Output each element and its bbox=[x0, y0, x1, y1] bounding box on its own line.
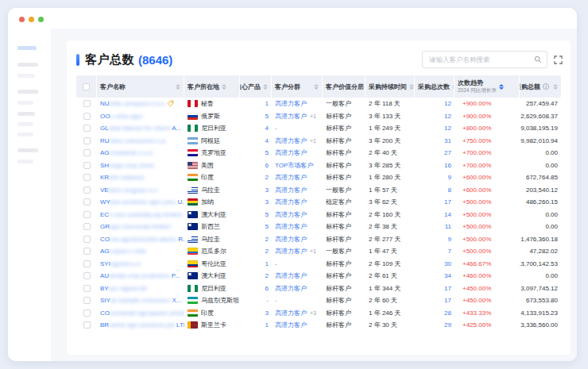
segment-link[interactable]: TOP市场客户 bbox=[275, 161, 313, 170]
sort-icon[interactable] bbox=[176, 84, 180, 90]
customer-name-link[interactable]: AUstralia crop protection P... bbox=[100, 272, 180, 279]
sort-icon[interactable] bbox=[553, 84, 558, 90]
core-products-count-link[interactable]: 6 bbox=[265, 162, 269, 169]
customer-name-link[interactable]: SIYob bahadir zrotomoro X... bbox=[100, 297, 181, 304]
core-products-count-link[interactable]: 1 bbox=[265, 321, 269, 329]
row-checkbox[interactable] bbox=[83, 149, 91, 156]
customer-name-link[interactable]: AGroquim c ltda bbox=[100, 248, 145, 255]
row-checkbox[interactable] bbox=[83, 272, 91, 279]
purchase-count-link[interactable]: 30 bbox=[444, 260, 451, 267]
customer-name-link[interactable]: BRowins agri solutions pvt LTD bbox=[100, 321, 184, 329]
customer-name-link[interactable]: SYIngenta s.a bbox=[100, 260, 140, 267]
customer-name-link[interactable]: COrea agroindustria alamo R... bbox=[100, 236, 184, 243]
row-checkbox[interactable] bbox=[83, 260, 91, 267]
row-checkbox[interactable] bbox=[83, 100, 91, 107]
search-input[interactable] bbox=[429, 56, 534, 63]
column-header-trend[interactable]: 次数趋势2024 同比增长率 bbox=[455, 75, 520, 98]
sort-icon[interactable] bbox=[314, 84, 319, 90]
segment-link[interactable]: 高潜力客户 bbox=[275, 284, 307, 293]
customer-name-link[interactable]: ECo new australia pty limited bbox=[100, 211, 182, 218]
core-products-count-link[interactable]: 3 bbox=[265, 309, 269, 317]
row-checkbox[interactable] bbox=[83, 223, 91, 230]
window-minimize-icon[interactable] bbox=[29, 17, 34, 22]
segment-link[interactable]: 高潜力客户 bbox=[275, 271, 307, 280]
sort-icon[interactable] bbox=[409, 84, 414, 90]
purchase-count-link[interactable]: 17 bbox=[444, 198, 451, 206]
core-products-count-link[interactable]: 5 bbox=[265, 113, 269, 120]
purchase-count-link[interactable]: 12 bbox=[444, 113, 451, 120]
row-checkbox[interactable] bbox=[83, 321, 91, 329]
purchase-count-link[interactable]: 12 bbox=[444, 100, 451, 107]
core-products-count-link[interactable]: 4 bbox=[265, 125, 269, 132]
core-products-count-link[interactable]: 3 bbox=[265, 186, 269, 194]
purchase-count-link[interactable]: 16 bbox=[444, 162, 451, 169]
customer-name-link[interactable]: GRape chemicals limited bbox=[100, 223, 170, 230]
core-products-count-link[interactable]: 2 bbox=[265, 174, 269, 181]
column-header-location[interactable]: 客户所在地 bbox=[184, 75, 240, 98]
segment-link[interactable]: 高潜力客户 bbox=[275, 235, 307, 244]
purchase-count-link[interactable]: 34 bbox=[444, 272, 451, 279]
purchase-count-link[interactable]: 9 bbox=[448, 174, 451, 181]
row-checkbox[interactable] bbox=[83, 297, 91, 304]
column-header-core[interactable]: 核心产品 bbox=[240, 75, 272, 98]
purchase-count-link[interactable]: 11 bbox=[445, 223, 451, 230]
segment-link[interactable]: 高潜力客户 bbox=[275, 148, 307, 157]
sort-icon[interactable] bbox=[499, 84, 504, 90]
purchase-count-link[interactable]: 17 bbox=[444, 297, 451, 304]
row-checkbox[interactable] bbox=[83, 198, 91, 206]
row-checkbox[interactable] bbox=[83, 236, 91, 243]
purchase-count-link[interactable]: 9 bbox=[448, 236, 451, 243]
purchase-count-link[interactable]: 31 bbox=[444, 137, 451, 144]
window-zoom-icon[interactable] bbox=[38, 17, 44, 22]
purchase-count-link[interactable]: 8 bbox=[448, 186, 451, 194]
select-all-checkbox[interactable] bbox=[83, 83, 90, 90]
segment-link[interactable]: 高潜力客户 bbox=[275, 99, 307, 108]
column-header-name[interactable]: 客户名称 bbox=[97, 75, 184, 98]
row-checkbox[interactable] bbox=[83, 113, 91, 120]
purchase-count-link[interactable]: 28 bbox=[444, 309, 451, 317]
row-checkbox[interactable] bbox=[83, 137, 91, 144]
purchase-count-link[interactable]: 17 bbox=[444, 285, 451, 292]
customer-name-link[interactable]: WYeca sunshine agro prec U... bbox=[100, 198, 184, 206]
fullscreen-icon[interactable] bbox=[554, 56, 563, 64]
purchase-count-link[interactable]: 12 bbox=[444, 125, 451, 132]
customer-name-link[interactable]: SHunga crop chem bbox=[100, 162, 155, 169]
core-products-count-link[interactable]: 3 bbox=[265, 198, 269, 206]
purchase-count-link[interactable]: 7 bbox=[448, 248, 451, 255]
purchase-count-link[interactable]: 14 bbox=[444, 211, 451, 218]
customer-name-link[interactable]: KRishi radiance bbox=[100, 174, 145, 181]
core-products-count-link[interactable]: 6 bbox=[265, 285, 269, 292]
segment-link[interactable]: 高潜力客户 bbox=[275, 222, 307, 231]
row-checkbox[interactable] bbox=[83, 174, 91, 181]
row-checkbox[interactable] bbox=[83, 186, 91, 194]
row-checkbox[interactable] bbox=[83, 309, 91, 317]
customer-name-link[interactable]: RUralco soluciones s.a bbox=[100, 137, 165, 144]
column-header-segment[interactable]: 客户分群 bbox=[272, 75, 323, 98]
segment-link[interactable]: 高潜力客户 bbox=[275, 173, 307, 182]
core-products-count-link[interactable]: 2 bbox=[265, 236, 269, 243]
customer-name-link[interactable]: COromandel agrospace privat E ... bbox=[100, 309, 184, 317]
customer-name-link[interactable]: NUtride compana s.a.c bbox=[100, 100, 164, 107]
column-header-duration[interactable]: 采购持续时间 bbox=[366, 75, 415, 98]
column-header-count[interactable]: 采购总次数 bbox=[415, 75, 455, 98]
segment-link[interactable]: 高潜力客户 bbox=[275, 198, 307, 206]
core-products-count-link[interactable]: 5 bbox=[265, 223, 269, 230]
core-products-count-link[interactable]: 2 bbox=[265, 272, 269, 279]
sort-icon[interactable] bbox=[222, 84, 226, 90]
core-products-count-link[interactable]: 4 bbox=[265, 137, 269, 144]
customer-name-link[interactable]: GLobal allance for chemi A... bbox=[100, 125, 181, 132]
customer-name-link[interactable]: BYton nigeria ltd bbox=[100, 285, 147, 292]
segment-link[interactable]: 高潜力客户 bbox=[275, 321, 307, 329]
column-header-total[interactable]: 采购总额i bbox=[520, 75, 561, 98]
purchase-count-link[interactable]: 29 bbox=[444, 321, 451, 329]
segment-link[interactable]: 高潜力客户 bbox=[275, 136, 307, 145]
info-icon[interactable]: i bbox=[543, 83, 549, 90]
sort-icon[interactable] bbox=[263, 84, 268, 90]
segment-link[interactable]: 高潜力客户 bbox=[275, 247, 307, 256]
row-checkbox[interactable] bbox=[83, 211, 91, 218]
core-products-count-link[interactable]: 1 bbox=[265, 100, 269, 107]
core-products-count-link[interactable]: 2 bbox=[265, 248, 269, 255]
window-close-icon[interactable] bbox=[19, 17, 25, 22]
segment-link[interactable]: 高潜力客户 bbox=[275, 309, 307, 317]
segment-link[interactable]: 高潜力客户 bbox=[275, 210, 307, 219]
